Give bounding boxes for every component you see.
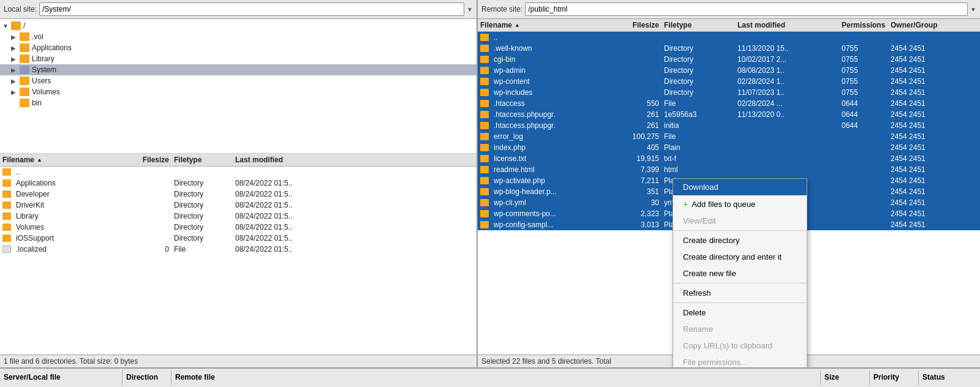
remote-file-row[interactable]: license.txt 19,915 txt-f 2454 2451	[478, 153, 980, 164]
file-name: .localized	[16, 245, 47, 254]
context-menu-separator	[673, 230, 807, 231]
remote-file-row[interactable]: wp-admin Directory 08/08/2023 1.. 0755 2…	[478, 65, 980, 76]
folder-icon-applications	[20, 43, 29, 52]
context-menu-item-create-new-file[interactable]: Create new file	[673, 265, 807, 282]
tree-item-applications[interactable]: ▶ Applications	[0, 42, 477, 53]
local-file-row[interactable]: .localized 0 File 08/24/2022 01:5..	[0, 244, 477, 255]
remote-file-row[interactable]: .htaccess.phpupgr. 261 1e5956a3 11/13/20…	[478, 109, 980, 120]
remote-file-size: 261	[615, 110, 664, 119]
remote-file-name: wp-content	[494, 77, 530, 86]
remote-site-dropdown[interactable]: ▼	[970, 6, 976, 13]
context-menu-item-refresh[interactable]: Refresh	[673, 285, 807, 301]
remote-file-name-cell: readme.html	[480, 165, 615, 174]
context-menu-item-copy-urls-to-clipboard: Copy URL(s) to clipboard	[673, 337, 807, 354]
remote-file-name-cell: .htaccess.phpupgr.	[480, 110, 615, 119]
tree-item-library[interactable]: ▶ Library	[0, 53, 477, 64]
tree-toggle-users[interactable]: ▶	[11, 78, 20, 85]
tree-label-system: System	[32, 66, 56, 74]
remote-col-filetype-header[interactable]: Filetype	[664, 21, 737, 29]
remote-file-owner: 2454 2451	[891, 220, 978, 229]
file-lastmod: 08/24/2022 01:5..	[235, 223, 474, 231]
tree-item-users[interactable]: ▶ Users	[0, 75, 477, 86]
tree-toggle-root[interactable]: ▼	[2, 23, 11, 29]
remote-col-perms-header[interactable]: Permissions	[842, 21, 891, 29]
remote-file-row[interactable]: wp-content Directory 02/28/2024 1.. 0755…	[478, 76, 980, 87]
folder-icon	[2, 201, 11, 209]
file-name: Developer	[16, 190, 50, 198]
tree-item-system[interactable]: ▶ System	[0, 64, 477, 75]
tree-toggle-volumes[interactable]: ▶	[11, 89, 20, 96]
remote-file-name: cgi-bin	[494, 55, 515, 64]
context-menu-item-download[interactable]: Download	[673, 179, 807, 195]
context-menu-item-delete[interactable]: Delete	[673, 304, 807, 321]
tree-item-root[interactable]: ▼ /	[0, 20, 477, 31]
file-name: Applications	[16, 179, 56, 187]
remote-file-row[interactable]: error_log 100,275 File 2454 2451	[478, 131, 980, 142]
local-site-dropdown[interactable]: ▼	[467, 6, 473, 13]
local-file-row[interactable]: Applications Directory 08/24/2022 01:5..	[0, 178, 477, 189]
tree-item-bin[interactable]: bin	[0, 97, 477, 108]
remote-file-name-cell: wp-comments-po...	[480, 209, 615, 218]
local-col-filename-header[interactable]: Filename	[2, 156, 125, 164]
sort-icon	[37, 157, 42, 163]
remote-file-lastmod: 11/07/2023 1..	[737, 88, 842, 97]
remote-file-row[interactable]: .well-known Directory 11/13/2020 15.. 07…	[478, 43, 980, 54]
remote-file-size: 30	[615, 198, 664, 207]
remote-file-row[interactable]: cgi-bin Directory 10/02/2017 2... 0755 2…	[478, 54, 980, 65]
remote-file-name-cell: wp-cli.yml	[480, 198, 615, 207]
remote-file-row[interactable]: ..	[478, 32, 980, 43]
local-col-lastmod-header[interactable]: Last modified	[235, 156, 474, 164]
main-container: Local site: ▼ Remote site: ▼ ▼ / ▶	[0, 0, 980, 387]
tree-toggle-vol[interactable]: ▶	[11, 34, 20, 40]
remote-file-lastmod: 02/28/2024 1..	[737, 77, 842, 86]
remote-file-type: html	[664, 165, 737, 174]
remote-file-perms: 0755	[842, 66, 891, 75]
context-menu-label: Rename	[683, 325, 713, 334]
file-icon	[2, 246, 11, 253]
remote-file-type: Directory	[664, 44, 737, 53]
remote-file-name: wp-blog-header.p...	[494, 187, 557, 196]
local-col-filetype-header[interactable]: Filetype	[174, 156, 235, 164]
remote-col-filesize-header[interactable]: Filesize	[615, 21, 664, 29]
remote-site-bar: Remote site: ▼	[478, 0, 980, 18]
folder-icon	[2, 190, 11, 198]
local-file-row[interactable]: Library Directory 08/24/2022 01:5..	[0, 211, 477, 222]
remote-col-lastmod-header[interactable]: Last modified	[737, 21, 842, 29]
remote-file-row[interactable]: index.php 405 Plain 2454 2451	[478, 142, 980, 153]
context-menu: Download+Add files to queueView/EditCrea…	[673, 178, 807, 367]
folder-icon-bin	[20, 99, 29, 107]
remote-col-owner-header[interactable]: Owner/Group	[891, 21, 978, 29]
remote-col-filename-header[interactable]: Filename ▲	[480, 21, 615, 29]
tree-item-vol[interactable]: ▶ .vol	[0, 31, 477, 42]
local-site-label: Local site:	[4, 5, 37, 13]
file-lastmod: 08/24/2022 01:5..	[235, 245, 474, 254]
local-site-path[interactable]	[39, 2, 464, 16]
local-file-row[interactable]: DriverKit Directory 08/24/2022 01:5..	[0, 200, 477, 211]
folder-icon	[480, 78, 489, 85]
context-menu-item-create-directory[interactable]: Create directory	[673, 232, 807, 249]
tree-label-bin: bin	[32, 99, 42, 107]
remote-file-row[interactable]: readme.html 7,399 html 2454 2451	[478, 164, 980, 175]
context-menu-label: Refresh	[683, 288, 711, 298]
local-col-filesize-header[interactable]: Filesize	[125, 156, 174, 164]
remote-file-row[interactable]: wp-includes Directory 11/07/2023 1.. 075…	[478, 87, 980, 98]
file-icon	[480, 210, 489, 217]
tree-toggle-system[interactable]: ▶	[11, 67, 20, 73]
remote-file-row[interactable]: .htaccess 550 File 02/28/2024 ... 0644 2…	[478, 98, 980, 109]
tree-toggle-library[interactable]: ▶	[11, 56, 20, 62]
context-menu-item-create-directory-and-enter-it[interactable]: Create directory and enter it	[673, 249, 807, 265]
file-icon	[480, 144, 489, 151]
context-menu-item-add-files-to-queue[interactable]: +Add files to queue	[673, 195, 807, 212]
local-file-row[interactable]: Volumes Directory 08/24/2022 01:5..	[0, 222, 477, 233]
tree-toggle-applications[interactable]: ▶	[11, 45, 20, 51]
file-name: Library	[16, 212, 39, 220]
context-menu-separator	[673, 302, 807, 303]
local-file-row[interactable]: iOSSupport Directory 08/24/2022 01:5..	[0, 233, 477, 244]
site-bars: Local site: ▼ Remote site: ▼	[0, 0, 980, 19]
local-file-row[interactable]: Developer Directory 08/24/2022 01:5..	[0, 189, 477, 200]
remote-site-path[interactable]	[525, 2, 968, 16]
local-file-row[interactable]: ..	[0, 167, 477, 178]
context-menu-item-rename: Rename	[673, 321, 807, 337]
tree-item-volumes[interactable]: ▶ Volumes	[0, 86, 477, 97]
remote-file-row[interactable]: .htaccess.phpupgr. 261 initia 0644 2454 …	[478, 120, 980, 131]
